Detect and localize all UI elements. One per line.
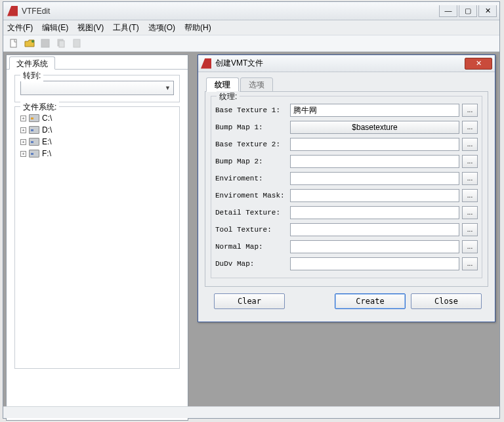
drive-label: E:\ <box>42 137 52 146</box>
field-row: Base Texture 1:... <box>215 102 478 119</box>
field-row: Enviroment:... <box>215 170 478 187</box>
field-input[interactable] <box>290 257 459 270</box>
drive-icon <box>29 150 39 158</box>
dialog-icon <box>201 58 211 69</box>
menu-view[interactable]: 视图(V) <box>77 22 104 33</box>
field-label: Bump Map 2: <box>215 158 287 165</box>
drive-label: D:\ <box>42 125 52 135</box>
file-system-panel: 文件系统 转到: ▼ 文件系统: +C:\ +D:\ +E:\ +F:\ <box>6 54 188 421</box>
field-input[interactable] <box>290 240 459 253</box>
field-label: Enviroment: <box>215 175 287 182</box>
goto-group: 转到: ▼ <box>14 75 180 102</box>
browse-button[interactable]: ... <box>462 257 478 270</box>
drive-icon <box>29 114 39 122</box>
chevron-down-icon: ▼ <box>165 85 171 91</box>
expand-icon[interactable]: + <box>20 139 26 145</box>
drive-icon <box>29 126 39 134</box>
field-row: Normal Map:... <box>215 238 478 255</box>
tree-node-d[interactable]: +D:\ <box>20 124 174 136</box>
field-row: Enviroment Mask:... <box>215 187 478 204</box>
browse-button[interactable]: ... <box>462 121 478 134</box>
browse-button[interactable]: ... <box>462 240 478 253</box>
browse-button[interactable]: ... <box>462 189 478 202</box>
browse-button[interactable]: ... <box>462 104 478 117</box>
app-title: VTFEdit <box>22 7 439 16</box>
browse-button[interactable]: ... <box>462 206 478 219</box>
texture-group-label: 纹理: <box>217 91 240 102</box>
menu-tools[interactable]: 工具(T) <box>113 22 138 33</box>
field-row: Tool Texture:... <box>215 221 478 238</box>
field-row: Bump Map 2:... <box>215 153 478 170</box>
dialog-content: 纹理: Base Texture 1:...Bump Map 1:$basete… <box>205 92 488 287</box>
copy-icon[interactable] <box>56 38 66 49</box>
minimize-button[interactable]: — <box>439 5 457 17</box>
menu-bar: 文件(F) 编辑(E) 视图(V) 工具(T) 选项(O) 帮助(H) <box>3 20 499 35</box>
field-row: DuDv Map:... <box>215 255 478 272</box>
tab-options[interactable]: 选项 <box>240 77 273 92</box>
menu-edit[interactable]: 编辑(E) <box>42 22 68 33</box>
tab-filesystem[interactable]: 文件系统 <box>9 56 55 70</box>
field-input[interactable] <box>290 189 459 202</box>
drive-tree[interactable]: +C:\ +D:\ +E:\ +F:\ <box>20 112 174 362</box>
dialog-tabs: 纹理 选项 <box>205 77 488 92</box>
close-dialog-button[interactable]: Close <box>411 293 482 309</box>
dialog-titlebar[interactable]: 创建VMT文件 ✕ <box>198 55 495 72</box>
window-controls: — ▢ ✕ <box>439 5 497 17</box>
main-window: VTFEdit — ▢ ✕ 文件(F) 编辑(E) 视图(V) 工具(T) 选项… <box>3 1 500 419</box>
maximize-button[interactable]: ▢ <box>459 5 477 17</box>
browse-button[interactable]: ... <box>462 223 478 236</box>
workspace: 文件系统 转到: ▼ 文件系统: +C:\ +D:\ +E:\ +F:\ <box>3 52 499 418</box>
field-label: Base Texture 2: <box>215 140 287 148</box>
menu-file[interactable]: 文件(F) <box>7 22 33 33</box>
tree-node-c[interactable]: +C:\ <box>20 112 174 124</box>
field-input[interactable] <box>290 223 459 236</box>
texture-group: 纹理: Base Texture 1:...Bump Map 1:$basete… <box>211 96 482 278</box>
toolbar <box>3 35 499 52</box>
menu-help[interactable]: 帮助(H) <box>184 22 211 33</box>
field-label: Tool Texture: <box>215 226 287 234</box>
app-icon <box>7 6 18 16</box>
field-label: Normal Map: <box>215 243 287 251</box>
create-button[interactable]: Create <box>335 293 406 309</box>
field-input[interactable] <box>290 104 459 117</box>
goto-combo[interactable]: ▼ <box>20 81 174 95</box>
drive-label: C:\ <box>42 114 52 123</box>
field-label: Bump Map 1: <box>215 123 287 131</box>
close-button[interactable]: ✕ <box>478 5 497 17</box>
field-label: Base Texture 1: <box>215 106 287 114</box>
field-input[interactable] <box>290 155 459 168</box>
browse-button[interactable]: ... <box>462 138 478 151</box>
basetexture-button[interactable]: $basetexture <box>290 121 459 134</box>
field-input[interactable] <box>290 172 459 185</box>
tree-group: 文件系统: +C:\ +D:\ +E:\ +F:\ <box>14 106 180 369</box>
dialog-title: 创建VMT文件 <box>215 58 465 69</box>
svg-rect-0 <box>10 39 16 47</box>
titlebar[interactable]: VTFEdit — ▢ ✕ <box>3 2 499 20</box>
field-row: Base Texture 2:... <box>215 136 478 153</box>
field-row: Detail Texture:... <box>215 204 478 221</box>
expand-icon[interactable]: + <box>20 127 26 133</box>
new-file-icon[interactable] <box>9 38 19 49</box>
field-input[interactable] <box>290 138 459 151</box>
svg-rect-4 <box>74 39 80 47</box>
drive-icon <box>29 138 39 146</box>
open-folder-icon[interactable] <box>24 38 35 49</box>
field-label: Enviroment Mask: <box>215 192 287 200</box>
panel-tabs: 文件系统 <box>7 55 188 70</box>
browse-button[interactable]: ... <box>462 172 478 185</box>
field-label: Detail Texture: <box>215 209 287 217</box>
clear-button[interactable]: Clear <box>214 293 285 309</box>
tree-node-f[interactable]: +F:\ <box>20 148 174 159</box>
dialog-close-button[interactable]: ✕ <box>465 58 492 70</box>
goto-label: 转到: <box>20 70 43 81</box>
browse-button[interactable]: ... <box>462 155 478 168</box>
field-input[interactable] <box>290 206 459 219</box>
expand-icon[interactable]: + <box>20 151 26 157</box>
expand-icon[interactable]: + <box>20 116 26 121</box>
tree-node-e[interactable]: +E:\ <box>20 136 174 148</box>
menu-options[interactable]: 选项(O) <box>148 22 175 33</box>
save-icon[interactable] <box>40 38 51 49</box>
tab-texture[interactable]: 纹理 <box>206 77 239 92</box>
paste-icon[interactable] <box>72 38 82 49</box>
svg-rect-3 <box>59 41 64 47</box>
